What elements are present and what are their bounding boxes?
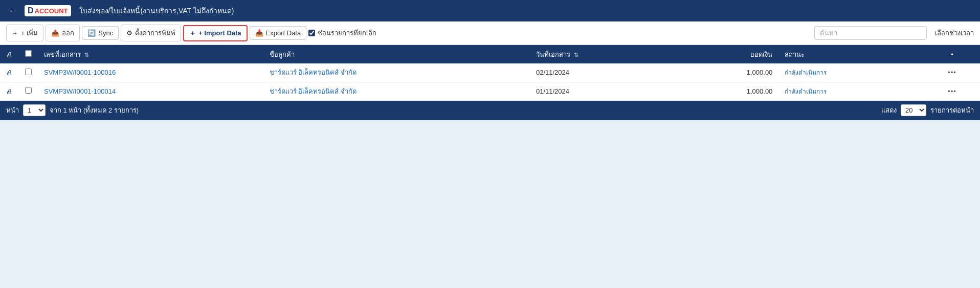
row-amount: 1,000.00	[676, 82, 778, 100]
print-settings-button[interactable]: ⚙ ตั้งค่าการพิมพ์	[121, 25, 181, 41]
row-actions[interactable]: •••	[924, 63, 980, 82]
show-label: แสดง	[881, 105, 897, 116]
row-checkbox-cell	[19, 63, 38, 82]
row-print[interactable]: 🖨	[0, 82, 19, 100]
logo-account: ACCOUNT	[35, 7, 68, 15]
table-row: 🖨 SVMP3W/I0001-100016 ชาร์ดแวร์ อิเล็คทร…	[0, 63, 980, 82]
row-doc-no[interactable]: SVMP3W/I0001-100016	[38, 63, 263, 82]
table-header: 🖨 เลขที่เอกสาร ⇅ ชื่อลูกค้า วันที่เอกสาร…	[0, 45, 980, 63]
date-range-label: เลือกช่วงเวลา	[935, 29, 974, 37]
add-button[interactable]: ＋ + เพิ่ม	[6, 25, 43, 41]
col-doc-no[interactable]: เลขที่เอกสาร ⇅	[38, 45, 263, 63]
logo: D ACCOUNT	[25, 5, 71, 16]
export-button[interactable]: 📤 ออก	[46, 25, 80, 41]
row-doc-no[interactable]: SVMP3W/I0001-100014	[38, 82, 263, 100]
settings-icon: ⚙	[126, 29, 132, 37]
hide-cancelled-checkbox-label[interactable]: ซ่อนรายการที่ยกเลิก	[308, 28, 376, 38]
export-label: ออก	[62, 28, 74, 38]
per-page-label: รายการต่อหน้า	[930, 105, 974, 116]
row-checkbox[interactable]	[25, 87, 32, 94]
top-bar: ← D ACCOUNT ใบส่งของ/ใบแจ้งหนี้(งานบริกา…	[0, 0, 980, 21]
page-label: หน้า	[6, 105, 19, 116]
search-box	[814, 26, 927, 40]
import-label: + Import Data	[198, 29, 241, 37]
col-amount[interactable]: ยอดเงิน	[676, 45, 778, 63]
date-range-button[interactable]: เลือกช่วงเวลา	[935, 28, 974, 38]
page-info: จาก 1 หน้า (ทั้งหมด 2 รายการ)	[50, 105, 877, 116]
search-input[interactable]	[814, 26, 927, 40]
col-status[interactable]: สถานะ	[778, 45, 924, 63]
page-select[interactable]: 1	[23, 104, 46, 116]
row-date: 01/11/2024	[530, 82, 676, 100]
per-page-select[interactable]: 20 50 100	[901, 104, 926, 116]
row-date: 02/11/2024	[530, 63, 676, 82]
col-customer[interactable]: ชื่อลูกค้า	[263, 45, 530, 63]
hide-cancelled-label: ซ่อนรายการที่ยกเลิก	[318, 28, 376, 38]
export-data-button[interactable]: 📥 Export Data	[250, 26, 307, 40]
row-status: กำลังดำเนินการ	[778, 82, 924, 100]
col-actions: •	[924, 45, 980, 63]
data-table: 🖨 เลขที่เอกสาร ⇅ ชื่อลูกค้า วันที่เอกสาร…	[0, 45, 980, 101]
col-checkbox	[19, 45, 38, 63]
back-button[interactable]: ←	[6, 4, 19, 18]
sync-label: Sync	[98, 29, 113, 37]
row-customer: ชาร์ดแวร์ อิเล็คทรอนิคส์ จำกัด	[263, 63, 530, 82]
page-title: ใบส่งของ/ใบแจ้งหนี้(งานบริการ,VAT ไม่ถึง…	[79, 5, 234, 16]
sort-icon-date: ⇅	[574, 52, 578, 58]
sync-button[interactable]: 🔄 Sync	[82, 26, 119, 40]
table-row: 🖨 SVMP3W/I0001-100014 ชาร์ดแวร์ อิเล็คทร…	[0, 82, 980, 100]
hide-cancelled-checkbox[interactable]	[308, 30, 315, 36]
sync-icon: 🔄	[87, 29, 96, 37]
row-print[interactable]: 🖨	[0, 63, 19, 82]
row-status: กำลังดำเนินการ	[778, 63, 924, 82]
row-amount: 1,000.00	[676, 63, 778, 82]
col-print: 🖨	[0, 45, 19, 63]
export-icon: 📤	[51, 29, 59, 37]
select-all-checkbox[interactable]	[25, 50, 32, 57]
settings-label: ตั้งค่าการพิมพ์	[135, 28, 175, 38]
row-checkbox-cell	[19, 82, 38, 100]
col-date[interactable]: วันที่เอกสาร ⇅	[530, 45, 676, 63]
add-icon: ＋	[12, 29, 18, 38]
row-customer: ชาร์ดแวร์ อิเล็คทรอนิคส์ จำกัด	[263, 82, 530, 100]
export-data-label: Export Data	[266, 29, 301, 37]
row-checkbox[interactable]	[25, 69, 32, 75]
export-data-icon: 📥	[255, 29, 263, 37]
logo-d: D	[28, 6, 34, 15]
toolbar: ＋ + เพิ่ม 📤 ออก 🔄 Sync ⚙ ตั้งค่าการพิมพ์…	[0, 21, 980, 45]
row-actions[interactable]: •••	[924, 82, 980, 100]
import-data-button[interactable]: ＋ + Import Data	[183, 25, 247, 41]
add-label: + เพิ่ม	[21, 28, 38, 38]
sort-icon-doc: ⇅	[84, 52, 89, 58]
import-icon: ＋	[189, 29, 196, 38]
pagination-bar: หน้า 1 จาก 1 หน้า (ทั้งหมด 2 รายการ) แสด…	[0, 101, 980, 120]
